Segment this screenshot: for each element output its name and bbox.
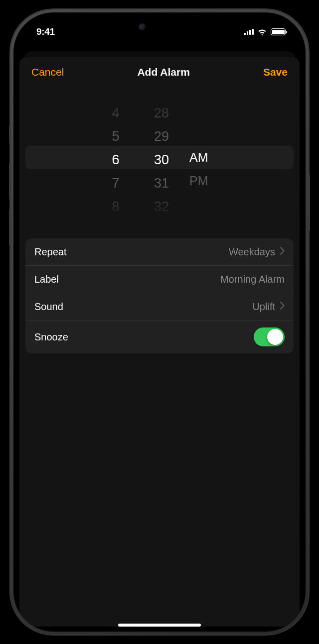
cellular-icon	[244, 29, 254, 35]
nav-bar: Cancel Add Alarm Save	[19, 57, 300, 85]
picker-item[interactable]: PM	[184, 169, 226, 193]
home-indicator[interactable]	[118, 624, 201, 627]
repeat-label: Repeat	[34, 246, 67, 258]
label-row[interactable]: Label Morning Alarm	[25, 266, 294, 293]
snooze-toggle[interactable]	[254, 327, 285, 346]
toggle-knob	[267, 329, 283, 345]
notch	[114, 12, 205, 30]
picker-item[interactable]: 9	[93, 218, 139, 224]
picker-item[interactable]: 29	[139, 125, 184, 148]
save-button[interactable]: Save	[263, 66, 288, 78]
snooze-label: Snooze	[34, 331, 68, 343]
picker-item[interactable]: 5	[93, 125, 139, 148]
picker-item[interactable]: 4	[93, 102, 139, 125]
picker-item[interactable]: 31	[139, 172, 184, 195]
snooze-row: Snooze	[25, 321, 294, 353]
page-title: Add Alarm	[137, 66, 189, 78]
picker-item[interactable]: 8	[93, 195, 139, 218]
label-value: Morning Alarm	[220, 274, 285, 285]
cancel-button[interactable]: Cancel	[31, 66, 64, 78]
hour-picker[interactable]: 3456789	[93, 90, 139, 224]
picker-item[interactable]: AM	[184, 146, 226, 169]
wifi-icon	[257, 28, 267, 35]
time-picker[interactable]: 3456789 27282930313233 AMPM	[19, 85, 300, 238]
picker-item[interactable]: 32	[139, 195, 184, 218]
screen: 9:41 Cancel Add Alarm Save	[13, 12, 306, 632]
device-side-button	[308, 175, 310, 230]
device-frame: 9:41 Cancel Add Alarm Save	[10, 9, 309, 635]
minute-picker[interactable]: 27282930313233	[139, 90, 184, 224]
picker-item[interactable]: 28	[139, 102, 184, 125]
picker-item[interactable]: 3	[93, 90, 139, 102]
picker-item[interactable]: 33	[139, 218, 184, 224]
label-label: Label	[34, 274, 59, 285]
add-alarm-sheet: Cancel Add Alarm Save 3456789 2728293031…	[19, 57, 300, 627]
picker-item[interactable]: 6	[93, 148, 139, 172]
sound-label: Sound	[34, 301, 63, 313]
chevron-right-icon	[280, 302, 285, 312]
repeat-row[interactable]: Repeat Weekdays	[25, 238, 294, 266]
battery-icon	[271, 28, 286, 35]
sound-value: Uplift	[252, 301, 275, 313]
sound-row[interactable]: Sound Uplift	[25, 293, 294, 321]
ampm-picker[interactable]: AMPM	[184, 90, 226, 224]
front-camera	[139, 23, 146, 30]
picker-item[interactable]: 30	[139, 148, 184, 172]
picker-item[interactable]: 7	[93, 172, 139, 195]
status-time: 9:41	[36, 26, 55, 37]
repeat-value: Weekdays	[229, 246, 275, 258]
status-icons	[244, 28, 286, 35]
chevron-right-icon	[280, 247, 285, 257]
alarm-settings-list: Repeat Weekdays Label Morning Alarm	[25, 238, 294, 353]
picker-item[interactable]: 27	[139, 90, 184, 102]
